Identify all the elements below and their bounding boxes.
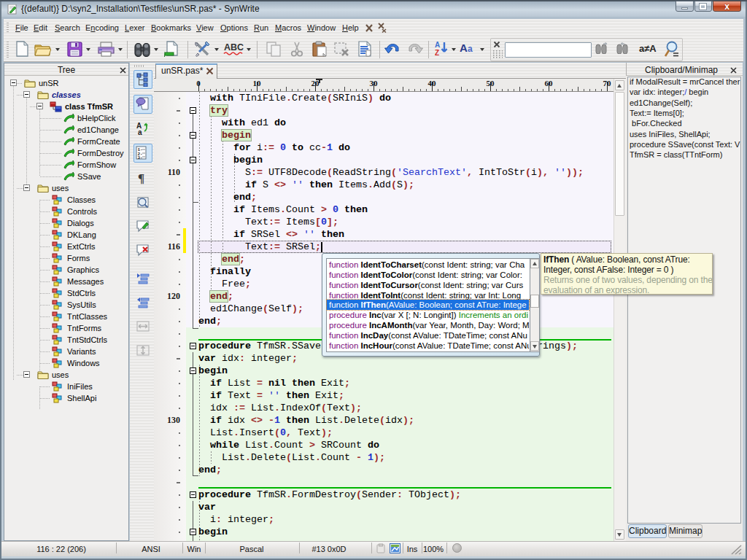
svg-text:a: a: [468, 44, 473, 54]
svg-text:¶: ¶: [138, 171, 144, 185]
svg-text:A: A: [435, 41, 440, 49]
svg-text:A: A: [460, 42, 468, 54]
svg-text:a: a: [138, 128, 142, 136]
svg-text:ABC: ABC: [224, 42, 244, 52]
svg-text:3-: 3-: [138, 155, 143, 160]
svg-text:Z: Z: [435, 49, 439, 57]
